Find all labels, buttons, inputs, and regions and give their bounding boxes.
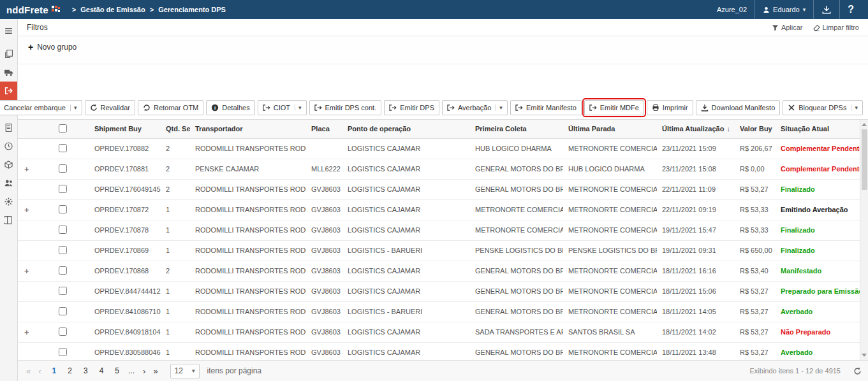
column-header-ultima-parada[interactable]: Última Parada [563,120,657,138]
download-manifesto-button[interactable]: Download Manifesto [696,100,781,115]
page-button-5[interactable]: 5 [112,365,122,377]
expand-row-icon[interactable]: + [24,327,29,337]
sidebar-item-documents[interactable] [0,45,17,63]
table-row[interactable]: +OPRDEV.1708721RODOMILLI TRANSPORTES ROD… [18,199,860,220]
last-page-button[interactable]: » [151,366,159,376]
app-logo[interactable]: nddFrete [6,4,61,15]
column-header-situacao-atual[interactable]: Situação Atual [776,120,860,138]
sidebar-item-truck[interactable] [0,63,17,82]
scroll-down-icon[interactable] [862,354,867,357]
download-button[interactable] [813,0,839,19]
table-row[interactable]: +OPRDEV.1708812PENSKE CAJAMARMLL6222LOGI… [18,159,860,179]
sidebar-item-menu[interactable] [0,22,17,40]
emitir-dps-button[interactable]: Emitir DPS [384,100,439,115]
first-page-button[interactable]: « [24,366,33,376]
page-size-select[interactable]: 12 ▾ [170,364,200,378]
detalhes-button[interactable]: iDetalhes [206,100,254,115]
row-checkbox[interactable] [59,185,67,193]
table-row[interactable]: +OPRDEV.8409181041RODOMILLI TRANSPORTES … [18,322,860,342]
row-checkbox[interactable] [59,246,67,254]
page-button-2[interactable]: 2 [65,365,75,377]
sidebar-item-ledger[interactable] [0,211,17,229]
column-header-placa[interactable]: Placa [306,120,342,138]
cell-primeira-coleta: GENERAL MOTORS DO BRASIL L... [470,281,563,301]
cell-qtd-sell: 1 [161,199,190,220]
row-checkbox[interactable] [59,266,67,275]
table-row[interactable]: OPRDEV.8410867101RODOMILLI TRANSPORTES R… [18,301,860,322]
scrollbar-thumb[interactable] [862,129,867,190]
column-header-ultima-atualizacao[interactable]: Última Atualização↓ [657,120,735,138]
ciot-button[interactable]: CIOT▾ [258,100,307,115]
chevron-down-icon[interactable]: ▾ [295,104,302,111]
row-checkbox[interactable] [59,307,67,315]
chevron-down-icon[interactable]: ▾ [70,104,77,111]
averbacao-button[interactable]: Averbação▾ [442,100,508,115]
emitir-mdfe-button[interactable]: Emitir MDFe [584,100,644,115]
emitir-dps-cont-button[interactable]: Emitir DPS cont. [309,100,382,115]
chevron-down-icon[interactable]: ▾ [496,104,503,111]
revalidar-button[interactable]: Revalidar [85,100,135,115]
table-row[interactable]: OPRDEV.1708822RODOMILLI TRANSPORTES RODO… [18,138,860,159]
clear-filter-button[interactable]: Limpar filtro [813,24,859,31]
column-header-qtd-sell[interactable]: Qtd. Sell [161,120,190,138]
cell-ponto-de-operacao: LOGISTICS CAJAMAR [342,342,470,360]
prev-page-button[interactable]: ‹ [36,366,43,376]
new-group-button[interactable]: + Novo grupo [28,42,77,52]
expand-row-icon[interactable]: + [24,164,29,174]
page-button-3[interactable]: 3 [81,365,91,377]
sidebar-item-emission[interactable] [0,82,17,100]
cell-placa: GVJ8603 [306,220,342,240]
row-checkbox[interactable] [59,226,67,234]
scroll-up-icon[interactable] [862,123,867,126]
column-header-primeira-coleta[interactable]: Primeira Coleta [470,120,563,138]
table-row[interactable]: OPRDEV.8447444121RODOMILLI TRANSPORTES R… [18,281,860,301]
cell-primeira-coleta: GENERAL MOTORS DO BRASIL L... [470,261,563,281]
column-header-transportador[interactable]: Transportador [190,120,306,138]
cell-ponto-de-operacao: LOGISTICS CAJAMAR [342,281,470,301]
row-checkbox[interactable] [59,327,67,336]
row-checkbox[interactable] [59,287,67,295]
sidebar-item-settings[interactable] [0,192,17,211]
sidebar-item-history[interactable] [0,137,17,155]
row-checkbox[interactable] [59,164,67,173]
vertical-scrollbar[interactable] [860,120,868,360]
sidebar-item-invoice[interactable] [0,119,17,137]
sidebar-item-packages[interactable] [0,155,17,174]
next-page-button[interactable]: › [141,366,147,376]
table-row[interactable]: OPRDEV.1708781RODOMILLI TRANSPORTES RODO… [18,220,860,240]
row-checkbox[interactable] [59,348,67,356]
select-all-checkbox[interactable] [59,124,67,133]
table-row[interactable]: OPRDEV.1760491452RODOMILLI TRANSPORTES R… [18,179,860,199]
breadcrumb-item-gerenciamento-dps[interactable]: Gerenciamento DPS [158,6,226,13]
column-header-ponto-de-operacao[interactable]: Ponto de operação [342,120,470,138]
sidebar-item-users[interactable] [0,174,17,192]
pager-ellipsis[interactable]: ... [128,366,135,375]
table-row[interactable]: OPRDEV.8305880461RODOMILLI TRANSPORTES R… [18,342,860,360]
row-checkbox[interactable] [59,205,67,213]
cell-ultima-parada: METRONORTE COMERCIAL DE V... [563,281,657,301]
content-spacer [18,64,868,97]
bloquear-dpss-button[interactable]: Bloquear DPSs▾ [783,100,863,115]
page-button-1[interactable]: 1 [50,365,59,377]
column-header-shipment-buy[interactable]: Shipment Buy [89,120,161,138]
row-checkbox[interactable] [59,144,67,152]
cell-valor-buy: R$ 650,00 [735,240,776,261]
chevron-down-icon[interactable]: ▾ [851,104,858,111]
table-row[interactable]: OPRDEV.1708691RODOMILLI TRANSPORTES RODO… [18,240,860,261]
expand-row-icon[interactable]: + [24,266,29,276]
emit-icon [389,104,397,111]
retornar-otm-button[interactable]: Retornar OTM [138,100,203,115]
breadcrumb-item-gestao-de-emissao[interactable]: Gestão de Emissão [80,6,145,13]
page-button-4[interactable]: 4 [97,365,107,377]
table-row[interactable]: +OPRDEV.1708682RODOMILLI TRANSPORTES ROD… [18,261,860,281]
emitir-manifesto-button[interactable]: Emitir Manifesto [510,100,582,115]
help-button[interactable]: ? [839,0,862,19]
cancelar-embarque-button[interactable]: Cancelar embarque▾ [0,100,82,115]
refresh-icon[interactable] [853,367,862,375]
imprimir-button[interactable]: Imprimir [647,100,693,115]
column-header-valor-buy[interactable]: Valor Buy [735,120,776,138]
expand-row-icon[interactable]: + [24,205,29,215]
cell-qtd-sell: 1 [161,240,190,261]
user-menu[interactable]: Eduardo ▾ [754,0,813,19]
apply-filter-button[interactable]: Aplicar [772,24,803,31]
